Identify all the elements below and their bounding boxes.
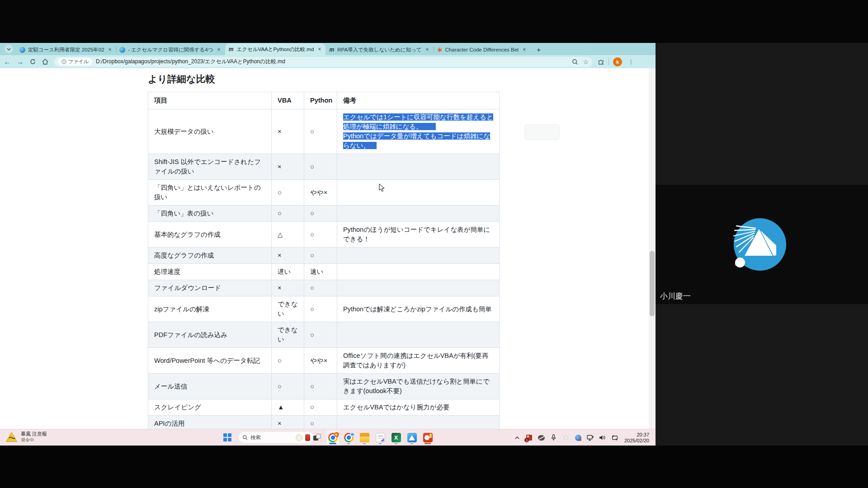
clock-time: 20:37 [637,432,649,438]
notepad-button[interactable] [374,431,386,445]
back-button[interactable]: ← [2,56,13,67]
remark-text: Officeソフト間の連携はエクセルVBAが有利(要再調査ではありますが) [343,352,488,369]
remark-cell [337,264,500,280]
python-cell: やや× [304,180,337,206]
profile-cloud-badge [350,432,355,437]
remark-cell [337,206,500,222]
remark-cell: Pythonでは解凍どころかzipファイルの作成も簡単 [337,296,500,322]
forward-button[interactable]: → [14,56,25,67]
table-row: PDFファイルの読み込みできない○ [148,322,500,348]
address-bar[interactable]: ファイル D:/Dropbox/galapagos/projects/pytho… [54,57,592,67]
chrome-profile2-button[interactable] [343,431,354,445]
page-scrollbar[interactable] [649,68,656,429]
info-icon [61,59,66,64]
excel-icon: X [392,433,401,442]
reload-button[interactable] [27,56,38,67]
page-title: より詳細な比較 [148,73,649,85]
item-cell: メール送信 [148,374,272,399]
extensions-icon[interactable] [598,58,604,65]
zoom-icon[interactable] [572,59,578,65]
ime-swap-icon[interactable] [611,434,619,442]
vba-cell: できない [272,322,304,348]
red-app-button[interactable] [422,431,434,445]
chrome-profile1-button[interactable]: k [327,431,339,445]
site-favicon-blue [19,47,25,53]
vba-cell: × [272,416,304,429]
new-tab-button[interactable]: + [534,46,543,53]
table-row: Shift-JIS 以外でエンコードされたファイルの扱い×○ [148,154,500,180]
python-cell: 速い [304,264,337,280]
system-tray: 1 × 20:37 2025/02/20 [513,429,649,446]
browser-tab[interactable]: 定額コース利用者限定 2025年02× [16,44,116,55]
scrollbar-thumb[interactable] [650,251,655,316]
vba-cell: × [272,280,304,296]
display-icon[interactable] [586,434,594,442]
tab-close-button[interactable]: × [521,47,527,53]
shared-screen: 定額コース利用者限定 2025年02×- エクセルマクロ習得に関係する4つ×mエ… [0,43,656,446]
browser-tab[interactable]: - エクセルマクロ習得に関係する4つ× [116,44,225,55]
table-row: 処理速度遅い速い [148,264,500,280]
faint-widget [524,124,560,140]
tab-close-button[interactable]: × [216,47,222,53]
remark-text: エクセルVBAではかなり腕力が必要 [343,404,449,411]
weather-widget[interactable]: 暴風 注意報 発令中 [5,431,47,443]
taskbar-search[interactable]: 検索 [238,432,314,443]
header-vba: VBA [272,92,304,109]
file-explorer-button[interactable] [359,431,370,445]
remark-cell [337,280,500,296]
bookmark-star-icon[interactable]: ☆ [583,58,589,66]
task-view-button[interactable] [311,431,323,445]
tab-search-button[interactable] [5,45,13,53]
item-cell: zipファイルの解凍 [148,296,272,322]
tray-clock[interactable]: 20:37 2025/02/20 [624,432,649,444]
remark-cell [337,248,500,264]
search-highlight-mask-icon[interactable] [296,434,302,441]
python-cell: ○ [304,416,337,429]
home-icon [42,59,48,65]
chrome-icon [344,433,354,442]
table-row: メール送信○○実はエクセルVBAでも送信だけなら割と簡単にできます(outloo… [148,374,500,399]
table-row: Word/PowerPoint 等へのデータ転記○やや×Officeソフト間の連… [148,348,500,374]
tab-close-button[interactable]: × [316,46,322,52]
hidden-icons-chevron[interactable] [513,434,521,442]
item-cell: 処理速度 [148,264,272,280]
file-scheme-chip[interactable]: ファイル [58,58,92,66]
remark-cell: 実はエクセルVBAでも送信だけなら割と簡単にできます(outlook不要) [337,374,500,399]
storm-warning-icon [5,432,18,442]
globe-app-icon[interactable] [574,434,582,442]
speaker-icon[interactable] [599,434,607,442]
table-row: スクレイピング▲○エクセルVBAではかなり腕力が必要 [148,399,500,416]
table-row: APIの活用×○ [148,416,500,429]
header-remark: 備考 [337,92,500,109]
microphone-icon[interactable] [550,434,558,442]
remark-text: 実はエクセルVBAでも送信だけなら割と簡単にできます(outlook不要) [343,378,490,394]
photos-button[interactable] [406,431,418,445]
tab-close-button[interactable]: × [107,47,113,53]
item-cell: 高度なグラフの作成 [148,248,272,264]
python-cell: ○ [304,296,337,322]
home-button[interactable] [40,56,51,67]
browser-tab[interactable]: Character Code Differences Bet× [434,44,531,55]
search-highlight-doll-icon[interactable] [305,434,310,441]
browser-tab[interactable]: mエクセルVAAとPythonの比較.md× [225,43,326,55]
python-cell: ○ [304,399,337,416]
page-content: より詳細な比較 項目 VBA Python 備考 大規模データの扱い×○エクセル… [0,68,649,429]
close-x-icon[interactable]: × [562,434,570,442]
clock-date: 2025/02/20 [624,438,649,444]
notification-app-icon[interactable]: 1 [525,434,533,442]
header-item: 項目 [148,92,272,109]
speaker-video-tile[interactable]: 小川慶一 [656,185,868,304]
browser-tab[interactable]: mRPA導入で失敗しないために知って× [326,44,433,55]
muted-blob-icon[interactable] [538,434,546,442]
selected-text: エクセルでは1シートに収容可能な行数を超えると処理が極端に煩雑になる。 Pyth… [343,113,493,149]
start-button[interactable] [223,433,232,442]
browser-tab-bar: 定額コース利用者限定 2025年02×- エクセルマクロ習得に関係する4つ×mエ… [0,43,656,55]
windows-taskbar: 暴風 注意報 発令中 検索 k [0,429,656,446]
remark-cell: エクセルVBAではかなり腕力が必要 [337,399,500,416]
chevron-down-icon [7,48,11,51]
tab-close-button[interactable]: × [425,47,430,53]
excel-button[interactable]: X [390,431,402,445]
profile-avatar[interactable]: k [613,57,622,66]
remark-cell: Officeソフト間の連携はエクセルVBAが有利(要再調査ではありますが) [337,348,500,374]
menu-kebab-icon[interactable]: ⋮ [626,58,636,65]
